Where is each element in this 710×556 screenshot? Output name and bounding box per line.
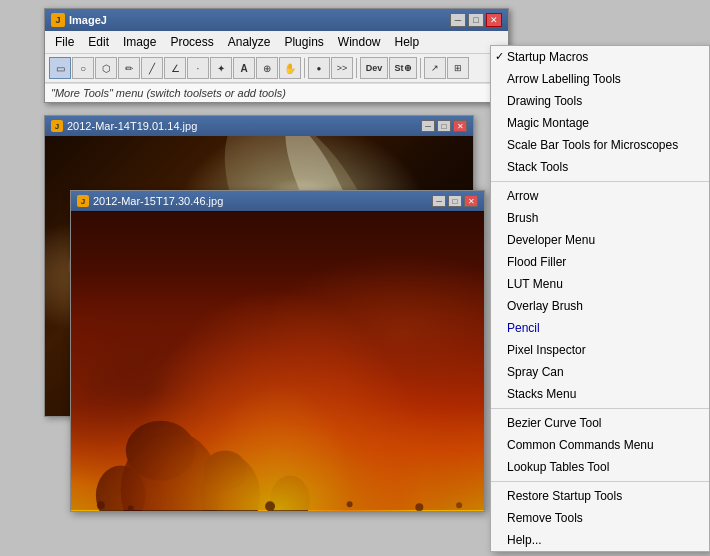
image-canvas-2 <box>71 211 484 511</box>
separator-2 <box>491 408 709 409</box>
tool-rectangle[interactable]: ▭ <box>49 57 71 79</box>
menu-lut[interactable]: LUT Menu <box>491 273 709 295</box>
tool-line[interactable]: ╱ <box>141 57 163 79</box>
img-title-1: 2012-Mar-14T19.01.14.jpg <box>67 120 197 132</box>
menu-window[interactable]: Window <box>332 33 387 51</box>
svg-point-16 <box>415 503 423 511</box>
tool-more[interactable]: >> <box>331 57 353 79</box>
img1-close[interactable]: ✕ <box>453 120 467 132</box>
separator-3 <box>491 481 709 482</box>
imagej-icon: J <box>51 13 65 27</box>
img-icon-1: J <box>51 120 63 132</box>
menu-stacks-menu[interactable]: Stacks Menu <box>491 383 709 405</box>
menu-bezier[interactable]: Bezier Curve Tool <box>491 412 709 434</box>
menu-bar: File Edit Image Process Analyze Plugins … <box>45 31 508 54</box>
tool-freehand[interactable]: ✏ <box>118 57 140 79</box>
img-icon-2: J <box>77 195 89 207</box>
svg-point-12 <box>97 501 105 509</box>
svg-point-17 <box>456 502 462 508</box>
dropdown-menu: Startup Macros Arrow Labelling Tools Dra… <box>490 45 710 552</box>
menu-lookup-tables[interactable]: Lookup Tables Tool <box>491 456 709 478</box>
img2-close[interactable]: ✕ <box>464 195 478 207</box>
menu-process[interactable]: Process <box>164 33 219 51</box>
toolbar-separator-2 <box>356 58 357 78</box>
menu-file[interactable]: File <box>49 33 80 51</box>
maximize-button[interactable]: □ <box>468 13 484 27</box>
imagej-main-window: J ImageJ ─ □ ✕ File Edit Image Process A… <box>44 8 509 103</box>
micro-image-2 <box>71 211 484 511</box>
tool-hand[interactable]: ✋ <box>279 57 301 79</box>
menu-spray-can[interactable]: Spray Can <box>491 361 709 383</box>
menu-brush[interactable]: Brush <box>491 207 709 229</box>
tool-color-picker[interactable]: ● <box>308 57 330 79</box>
tool-extra2[interactable]: ⊞ <box>447 57 469 79</box>
menu-arrow-labelling[interactable]: Arrow Labelling Tools <box>491 68 709 90</box>
tool-oval[interactable]: ○ <box>72 57 94 79</box>
menu-restore-startup[interactable]: Restore Startup Tools <box>491 485 709 507</box>
tool-dev[interactable]: Dev <box>360 57 388 79</box>
menu-common-commands[interactable]: Common Commands Menu <box>491 434 709 456</box>
status-bar: "More Tools" menu (switch toolsets or ad… <box>45 83 508 102</box>
separator-1 <box>491 181 709 182</box>
svg-point-14 <box>265 501 275 511</box>
close-button[interactable]: ✕ <box>486 13 502 27</box>
minimize-button[interactable]: ─ <box>450 13 466 27</box>
img1-maximize[interactable]: □ <box>437 120 451 132</box>
menu-overlay-brush[interactable]: Overlay Brush <box>491 295 709 317</box>
menu-pixel-inspector[interactable]: Pixel Inspector <box>491 339 709 361</box>
tool-stacks[interactable]: St⊕ <box>389 57 417 79</box>
tool-point[interactable]: · <box>187 57 209 79</box>
svg-point-13 <box>128 505 134 511</box>
img-titlebar-1: J 2012-Mar-14T19.01.14.jpg ─ □ ✕ <box>45 116 473 136</box>
menu-flood-filler[interactable]: Flood Filler <box>491 251 709 273</box>
svg-rect-11 <box>71 212 484 511</box>
tool-polygon[interactable]: ⬡ <box>95 57 117 79</box>
svg-point-15 <box>347 501 353 507</box>
menu-scale-bar[interactable]: Scale Bar Tools for Microscopes <box>491 134 709 156</box>
window-controls: ─ □ ✕ <box>450 13 502 27</box>
tool-zoom[interactable]: ⊕ <box>256 57 278 79</box>
menu-image[interactable]: Image <box>117 33 162 51</box>
menu-drawing-tools[interactable]: Drawing Tools <box>491 90 709 112</box>
img1-minimize[interactable]: ─ <box>421 120 435 132</box>
imagej-titlebar: J ImageJ ─ □ ✕ <box>45 9 508 31</box>
toolbar: ▭ ○ ⬡ ✏ ╱ ∠ · ✦ A ⊕ ✋ ● >> Dev St⊕ ↗ ⊞ <box>45 54 508 83</box>
menu-help[interactable]: Help <box>389 33 426 51</box>
img-title-2: 2012-Mar-15T17.30.46.jpg <box>93 195 223 207</box>
status-text: "More Tools" menu (switch toolsets or ad… <box>51 87 286 99</box>
img-titlebar-2: J 2012-Mar-15T17.30.46.jpg ─ □ ✕ <box>71 191 484 211</box>
img2-maximize[interactable]: □ <box>448 195 462 207</box>
toolbar-separator-3 <box>420 58 421 78</box>
tool-text[interactable]: A <box>233 57 255 79</box>
tool-angle[interactable]: ∠ <box>164 57 186 79</box>
toolbar-separator-1 <box>304 58 305 78</box>
img2-minimize[interactable]: ─ <box>432 195 446 207</box>
menu-remove-tools[interactable]: Remove Tools <box>491 507 709 529</box>
menu-analyze[interactable]: Analyze <box>222 33 277 51</box>
menu-pencil[interactable]: Pencil <box>491 317 709 339</box>
tool-extra1[interactable]: ↗ <box>424 57 446 79</box>
menu-help[interactable]: Help... <box>491 529 709 551</box>
menu-arrow[interactable]: Arrow <box>491 185 709 207</box>
micro-svg-2 <box>71 211 484 511</box>
imagej-title: ImageJ <box>69 14 107 26</box>
tool-wand[interactable]: ✦ <box>210 57 232 79</box>
menu-plugins[interactable]: Plugins <box>278 33 329 51</box>
menu-stack-tools[interactable]: Stack Tools <box>491 156 709 178</box>
menu-startup-macros[interactable]: Startup Macros <box>491 46 709 68</box>
image-window-2: J 2012-Mar-15T17.30.46.jpg ─ □ ✕ <box>70 190 485 512</box>
menu-developer-menu[interactable]: Developer Menu <box>491 229 709 251</box>
menu-magic-montage[interactable]: Magic Montage <box>491 112 709 134</box>
menu-edit[interactable]: Edit <box>82 33 115 51</box>
